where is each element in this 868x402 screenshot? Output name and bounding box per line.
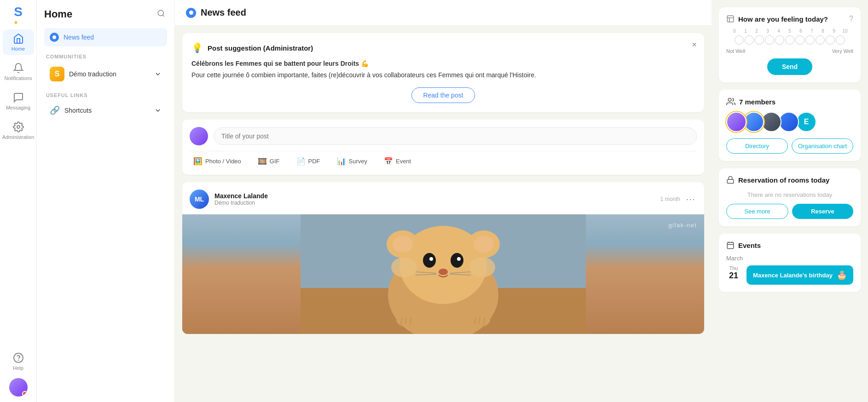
search-icon <box>157 9 165 17</box>
nav-item-notifications[interactable]: Notifications <box>3 59 34 85</box>
svg-line-4 <box>162 15 164 16</box>
event-day-label: Thu <box>729 265 738 271</box>
members-count: 7 members <box>739 98 775 106</box>
reservation-actions: See more Reserve <box>726 204 853 219</box>
suggestion-icon: 💡 <box>191 42 203 53</box>
composer-avatar <box>190 127 208 145</box>
photo-video-action[interactable]: 🖼️ Photo / Video <box>190 155 245 167</box>
event-icon: 📅 <box>384 157 393 166</box>
feed-header: News feed <box>175 0 712 26</box>
suggestion-body: Célébrons les Femmes qui se battent pour… <box>191 59 695 80</box>
nav-item-messaging[interactable]: Messaging <box>3 88 34 114</box>
app-logo[interactable]: S ● <box>8 6 29 26</box>
sidebar-item-newsfeed[interactable]: News feed <box>44 28 167 46</box>
sidebar-search-button[interactable] <box>155 7 167 21</box>
scale-7[interactable] <box>805 35 815 45</box>
pdf-action[interactable]: 📄 PDF <box>293 155 324 167</box>
post-community: Démo traduction <box>214 200 655 206</box>
reserve-button[interactable]: Reserve <box>792 204 853 219</box>
svg-rect-33 <box>727 16 734 22</box>
wellness-card: How are you feeling today? ? 0 1 2 3 4 5… <box>719 7 861 82</box>
events-card: Events March Thu 21 Maxence Lalande's bi… <box>719 234 861 292</box>
svg-rect-38 <box>727 242 734 249</box>
scale-1[interactable] <box>745 35 754 45</box>
newsfeed-dot-icon <box>50 33 59 42</box>
post-composer: 🖼️ Photo / Video 🎞️ GIF 📄 PDF 📊 Survey 📅 <box>182 120 704 175</box>
wellness-scale <box>726 35 853 45</box>
svg-point-23 <box>391 257 417 277</box>
reservation-empty-message: There are no reservations today <box>726 188 853 204</box>
event-name: Maxence Lalande's birthday <box>753 272 833 279</box>
event-card[interactable]: Maxence Lalande's birthday 🎂 <box>746 265 853 285</box>
post-title-input[interactable] <box>214 127 697 145</box>
link-icon: 🔗 <box>50 105 60 115</box>
nav-item-administration[interactable]: Administration <box>3 118 34 144</box>
post-author-avatar: ML <box>190 190 209 209</box>
wellness-help-icon[interactable]: ? <box>849 15 853 23</box>
event-emoji: 🎂 <box>837 270 847 280</box>
nav-item-home[interactable]: Home <box>3 29 34 55</box>
members-icon <box>726 97 735 106</box>
svg-point-0 <box>17 126 20 128</box>
svg-point-25 <box>396 314 417 327</box>
scale-10[interactable] <box>836 35 845 45</box>
wellness-send-button[interactable]: Send <box>767 58 812 75</box>
user-avatar[interactable] <box>9 378 28 396</box>
members-actions: Directory Organisation chart <box>726 138 853 154</box>
read-post-button[interactable]: Read the post <box>411 87 475 103</box>
member-avatar-1 <box>726 112 746 132</box>
wellness-icon <box>726 15 735 23</box>
gif-action[interactable]: 🎞️ GIF <box>254 155 284 167</box>
post-menu-button[interactable]: ⋯ <box>684 193 697 206</box>
directory-button[interactable]: Directory <box>726 138 788 154</box>
svg-point-26 <box>470 314 490 327</box>
svg-point-11 <box>393 236 413 253</box>
post-author-name: Maxence Lalande <box>214 192 655 200</box>
scale-6[interactable] <box>795 35 804 45</box>
chevron-down-icon <box>154 107 162 114</box>
suggestion-close-button[interactable]: × <box>692 40 697 49</box>
bell-icon <box>13 63 24 74</box>
members-card: 7 members E Directory Organisation chart <box>719 90 861 161</box>
sidebar-item-shortcuts[interactable]: 🔗 Shortcuts <box>44 102 167 119</box>
member-avatar-2 <box>744 112 764 132</box>
svg-point-24 <box>469 257 495 277</box>
member-avatar-4 <box>779 112 799 132</box>
message-icon <box>13 92 24 103</box>
scale-3[interactable] <box>765 35 774 45</box>
svg-point-36 <box>728 98 731 102</box>
suggestion-line1: Célébrons les Femmes qui se battent pour… <box>191 59 695 69</box>
svg-point-18 <box>439 269 448 275</box>
see-more-button[interactable]: See more <box>726 204 788 219</box>
member-avatar-3 <box>761 112 781 132</box>
calendar-icon <box>726 241 735 249</box>
scale-8[interactable] <box>816 35 825 45</box>
scale-4[interactable] <box>775 35 784 45</box>
org-chart-button[interactable]: Organisation chart <box>792 138 853 154</box>
post-image: gifak-net <box>182 214 704 334</box>
suggestion-title: Post suggestion (Administrator) <box>208 44 313 52</box>
left-navigation: S ● Home Notifications Messaging Adminis… <box>0 0 37 402</box>
pdf-icon: 📄 <box>296 157 306 166</box>
sidebar-item-community[interactable]: S Démo traduction <box>44 63 167 85</box>
notification-badge <box>22 391 28 396</box>
event-item: Thu 21 Maxence Lalande's birthday 🎂 <box>726 265 853 285</box>
nav-item-help[interactable]: Help <box>3 349 34 374</box>
post-card: ML Maxence Lalande Démo traduction 1 mon… <box>182 182 704 334</box>
event-day-num: 21 <box>729 271 738 281</box>
event-action[interactable]: 📅 Event <box>380 155 415 167</box>
scale-5[interactable] <box>785 35 794 45</box>
suggestion-card: 💡 Post suggestion (Administrator) × Célé… <box>182 33 704 112</box>
sidebar: Home News feed COMMUNITIES S Démo traduc… <box>37 0 175 402</box>
survey-action[interactable]: 📊 Survey <box>333 155 371 167</box>
scale-0[interactable] <box>735 35 744 45</box>
scale-2[interactable] <box>755 35 764 45</box>
settings-icon <box>13 121 24 132</box>
chevron-down-icon <box>154 70 162 78</box>
composer-actions: 🖼️ Photo / Video 🎞️ GIF 📄 PDF 📊 Survey 📅 <box>190 151 697 167</box>
scale-9[interactable] <box>826 35 835 45</box>
members-avatars: E <box>726 112 853 132</box>
feed-content: 💡 Post suggestion (Administrator) × Célé… <box>175 26 712 341</box>
suggestion-line2: Pour cette journée ô combien importante,… <box>191 70 695 80</box>
svg-point-3 <box>158 10 163 16</box>
